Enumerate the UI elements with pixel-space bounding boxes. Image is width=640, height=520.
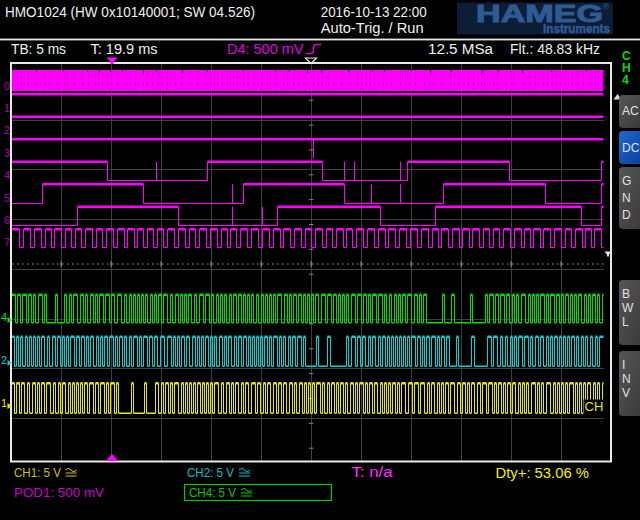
svg-text:N: N [622, 372, 631, 386]
svg-text:6: 6 [4, 214, 10, 226]
svg-text:POD1: 500 mV: POD1: 500 mV [14, 485, 104, 500]
svg-text:N: N [622, 191, 631, 205]
svg-text:2: 2 [1, 354, 7, 366]
svg-text:2016-10-13 22:00: 2016-10-13 22:00 [321, 4, 427, 20]
svg-text:I: I [622, 358, 625, 372]
svg-text:1: 1 [4, 102, 10, 114]
svg-text:W: W [622, 301, 634, 315]
svg-text:L: L [622, 315, 629, 329]
svg-text:D: D [622, 208, 631, 222]
svg-text:3: 3 [4, 147, 10, 159]
svg-text:TB: 5 ms: TB: 5 ms [11, 41, 66, 57]
svg-text:1: 1 [1, 397, 7, 409]
svg-text:12.5 MSa: 12.5 MSa [428, 41, 493, 57]
svg-text:7: 7 [4, 236, 10, 248]
svg-text:CH,: CH, [585, 399, 607, 414]
svg-text:Dty+: 53.06 %: Dty+: 53.06 % [496, 465, 590, 481]
svg-text:Auto-Trig. / Run: Auto-Trig. / Run [321, 20, 424, 36]
svg-text:CH2: 5 V: CH2: 5 V [187, 465, 234, 480]
svg-text:2: 2 [4, 124, 10, 136]
svg-text:V: V [622, 386, 630, 400]
svg-text:4: 4 [622, 73, 629, 87]
svg-text:G: G [622, 174, 631, 188]
svg-text:HMO1024 (HW 0x10140001; SW 04.: HMO1024 (HW 0x10140001; SW 04.526) [5, 4, 255, 20]
svg-text:CH4: 5 V: CH4: 5 V [189, 485, 236, 500]
svg-text:B: B [622, 287, 630, 301]
svg-text:D4: 500 mV: D4: 500 mV [227, 41, 304, 57]
svg-text:T: 19.9 ms: T: 19.9 ms [91, 41, 158, 57]
svg-text:Instruments: Instruments [543, 21, 610, 36]
svg-text:AC: AC [622, 104, 639, 118]
svg-text:Flt.: 48.83 kHz: Flt.: 48.83 kHz [510, 41, 600, 57]
svg-text:®: ® [603, 2, 610, 12]
svg-text:DC: DC [622, 141, 640, 155]
svg-text:T: n/a: T: n/a [352, 464, 393, 480]
svg-text:0: 0 [4, 80, 10, 92]
svg-text:4: 4 [4, 169, 10, 181]
svg-text:5: 5 [4, 192, 10, 204]
svg-text:4: 4 [1, 311, 7, 323]
svg-text:CH1: 5 V: CH1: 5 V [14, 465, 61, 480]
